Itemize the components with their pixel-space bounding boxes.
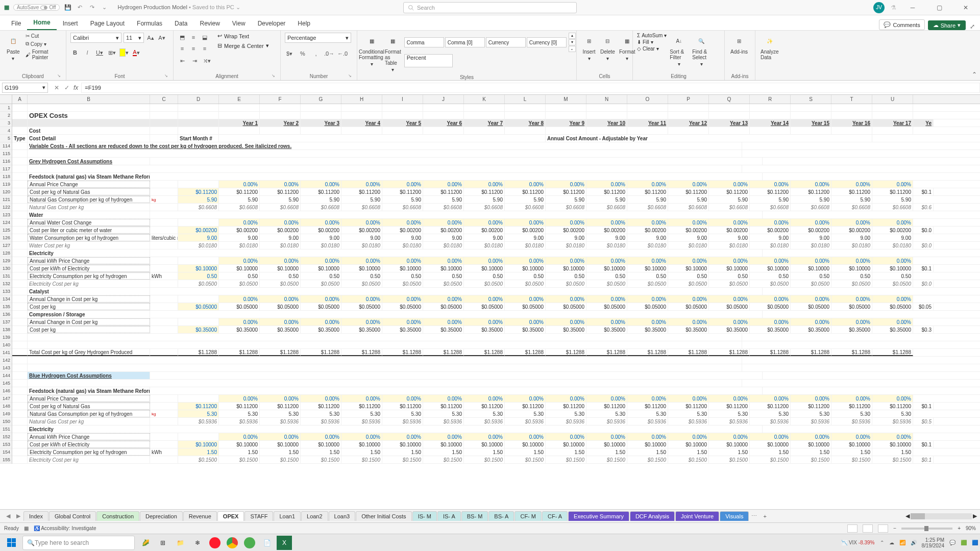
- data-cell[interactable]: 0.50: [831, 272, 872, 280]
- ngc-label[interactable]: Natural Gas Consumption per kg of hydrog…: [28, 196, 150, 203]
- data-cell[interactable]: $0.1500: [341, 456, 382, 463]
- data-cell[interactable]: $0.0180: [750, 242, 791, 249]
- data-cell[interactable]: 0.00%: [627, 257, 668, 264]
- data-cell[interactable]: 0.00%: [464, 257, 505, 264]
- cell[interactable]: [12, 456, 28, 463]
- increase-indent-icon[interactable]: ⇥: [190, 56, 199, 65]
- comma-format-icon[interactable]: ,: [311, 49, 321, 58]
- cpkg-ng2-label[interactable]: Cost per kg of Natural Gas: [28, 403, 150, 410]
- year-header[interactable]: Year 17: [872, 119, 913, 127]
- col-header-P[interactable]: P: [668, 95, 709, 104]
- data-cell[interactable]: $0.10000: [627, 441, 668, 448]
- ecost2-label[interactable]: Electricity Cost per kg: [28, 456, 150, 463]
- cell[interactable]: [627, 112, 668, 119]
- akpc2-label[interactable]: Annual kWh Price Change: [28, 433, 150, 440]
- data-cell[interactable]: $0.1500: [791, 456, 831, 463]
- data-cell[interactable]: $0.10000: [709, 265, 750, 272]
- data-cell[interactable]: 0.50: [301, 272, 341, 280]
- tab-review[interactable]: Review: [193, 17, 226, 30]
- sheet-tab-loan1[interactable]: Loan1: [274, 511, 301, 521]
- data-cell[interactable]: $0.5936: [464, 418, 505, 425]
- row-header-4[interactable]: 4: [0, 127, 12, 135]
- data-cell[interactable]: [791, 127, 831, 134]
- data-cell[interactable]: $0.0500: [668, 280, 709, 287]
- accpg-label[interactable]: Annual Change in Cost per kg: [28, 295, 150, 303]
- data-cell[interactable]: $0.11200: [872, 403, 913, 410]
- data-cell[interactable]: 0.50: [709, 272, 750, 280]
- data-cell[interactable]: $0.10000: [341, 441, 382, 448]
- data-cell[interactable]: 0.00%: [627, 219, 668, 226]
- data-cell[interactable]: $0.35000: [709, 326, 750, 333]
- data-cell[interactable]: 5.30: [627, 410, 668, 417]
- tab-view[interactable]: View: [226, 17, 252, 30]
- input-cell[interactable]: $0.10000: [178, 441, 219, 448]
- cell[interactable]: [150, 127, 178, 134]
- merge-center-button[interactable]: ⊟ Merge & Center ▾: [217, 42, 269, 49]
- data-cell[interactable]: 0.00%: [464, 181, 505, 188]
- data-cell[interactable]: $0.11200: [546, 403, 586, 410]
- calc-cell[interactable]: $0.0500: [178, 280, 219, 287]
- format-as-table-button[interactable]: ▦Format as Table▾: [384, 33, 402, 73]
- wcost-label[interactable]: Water Cost per kg: [28, 242, 150, 249]
- year-header[interactable]: Year 13: [709, 119, 750, 127]
- data-cell[interactable]: 0.00%: [546, 433, 586, 440]
- cell[interactable]: [586, 112, 627, 119]
- data-cell[interactable]: $0.11200: [546, 188, 586, 195]
- data-cell[interactable]: 0.00%: [750, 219, 791, 226]
- data-cell[interactable]: $0.5936: [301, 418, 341, 425]
- data-cell[interactable]: 0.00%: [301, 219, 341, 226]
- data-cell[interactable]: $0.5936: [627, 418, 668, 425]
- data-cell[interactable]: 0.00%: [464, 295, 505, 303]
- data-cell[interactable]: 0.00%: [260, 395, 301, 402]
- col-header-T[interactable]: T: [831, 95, 872, 104]
- data-cell[interactable]: [586, 127, 627, 134]
- data-cell[interactable]: $0.0500: [464, 280, 505, 287]
- data-cell[interactable]: $0.6608: [791, 204, 831, 211]
- data-cell[interactable]: $0.0180: [505, 242, 546, 249]
- data-cell[interactable]: $0.10000: [423, 265, 464, 272]
- sheet-tab-depreciation[interactable]: Depreciation: [140, 511, 183, 521]
- data-cell[interactable]: 0.00%: [709, 257, 750, 264]
- row-header-148[interactable]: 148: [0, 403, 12, 410]
- data-cell[interactable]: $0.11200: [709, 188, 750, 195]
- cell[interactable]: [150, 311, 763, 318]
- font-name-select[interactable]: Calibri▾: [70, 33, 121, 43]
- cell[interactable]: [12, 425, 28, 433]
- cell[interactable]: [150, 280, 178, 287]
- data-cell[interactable]: $0.0500: [872, 280, 913, 287]
- volume-icon[interactable]: 🔊: [911, 540, 917, 545]
- data-cell[interactable]: $0.35000: [341, 326, 382, 333]
- data-cell[interactable]: 0.00%: [260, 257, 301, 264]
- data-cell[interactable]: 0.00%: [382, 219, 423, 226]
- data-cell[interactable]: 0.00%: [831, 395, 872, 402]
- cell[interactable]: [12, 280, 28, 287]
- cell[interactable]: [150, 135, 178, 142]
- data-cell[interactable]: 0.00%: [831, 318, 872, 325]
- cell[interactable]: [12, 227, 28, 234]
- data-cell[interactable]: $0.05000: [341, 303, 382, 310]
- data-cell[interactable]: 0.50: [423, 272, 464, 280]
- hscroll-right-icon[interactable]: ▶: [973, 513, 977, 519]
- data-cell[interactable]: 0.00%: [831, 257, 872, 264]
- cell[interactable]: $0.1: [913, 441, 934, 448]
- font-color-button[interactable]: A▾: [132, 48, 141, 57]
- data-cell[interactable]: $0.10000: [341, 265, 382, 272]
- data-cell[interactable]: $0.1500: [464, 456, 505, 463]
- hscroll-track[interactable]: [911, 513, 972, 519]
- row-header-127[interactable]: 127: [0, 242, 12, 249]
- sheet-tab-construction[interactable]: Construction: [96, 511, 139, 521]
- col-header-U[interactable]: U: [872, 95, 913, 104]
- data-cell[interactable]: 0.50: [219, 272, 260, 280]
- unit-lcm[interactable]: liters/cubic meters: [150, 234, 178, 241]
- style-currency0[interactable]: Currency [0]: [527, 37, 567, 47]
- data-cell[interactable]: 0.00%: [423, 433, 464, 440]
- col-header-I[interactable]: I: [382, 95, 423, 104]
- data-cell[interactable]: $0.0500: [546, 280, 586, 287]
- data-cell[interactable]: $0.00200: [546, 227, 586, 234]
- year-header[interactable]: Year 9: [546, 119, 586, 127]
- task-view-icon[interactable]: ⊞: [155, 536, 170, 550]
- cell[interactable]: $0.0: [913, 280, 934, 287]
- close-icon[interactable]: ✕: [955, 0, 976, 15]
- data-cell[interactable]: 1.50: [627, 448, 668, 456]
- cell[interactable]: [12, 204, 28, 211]
